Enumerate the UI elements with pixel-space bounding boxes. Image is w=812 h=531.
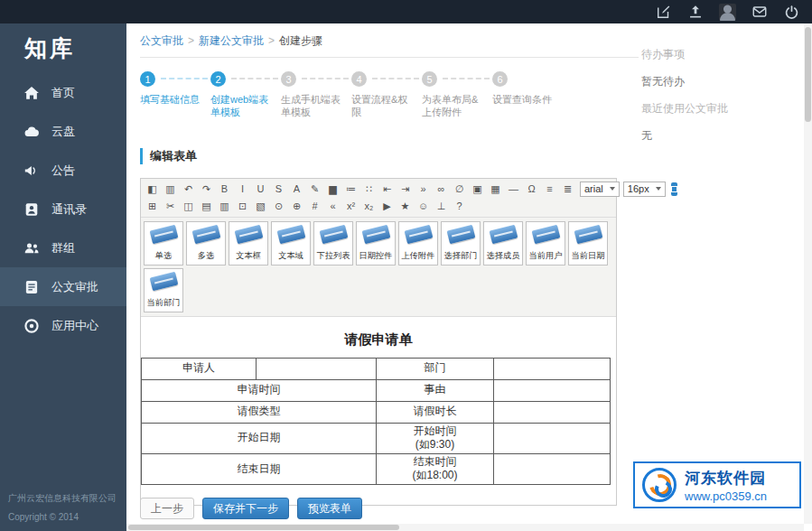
subscript-icon[interactable]: x₂ [360, 199, 378, 214]
replace-icon[interactable]: ⊕ [288, 199, 305, 214]
form-widget-button[interactable]: 选择成员 [483, 221, 523, 266]
field-label[interactable]: 开始日期 [142, 423, 377, 453]
cut-icon[interactable]: ✂ [162, 199, 179, 214]
field-label[interactable]: 请假类型 [142, 401, 377, 423]
search-icon[interactable]: ⊙ [270, 199, 287, 214]
outdent-icon[interactable]: ⇤ [378, 182, 396, 197]
mail-icon[interactable] [751, 4, 768, 20]
form-widget-button[interactable]: 选择部门 [441, 221, 481, 266]
breadcrumb-item-new-approval[interactable]: 新建公文审批 [199, 34, 264, 47]
field-input-cell[interactable] [494, 453, 611, 484]
strikethrough-icon[interactable]: S [270, 182, 287, 197]
blockquote-icon[interactable]: » [415, 182, 432, 197]
horizontal-scrollbar[interactable] [126, 524, 804, 531]
field-input-cell[interactable] [494, 401, 611, 423]
field-label[interactable]: 请假时长 [377, 401, 494, 423]
code-icon[interactable]: # [306, 199, 323, 214]
save-and-next-button[interactable]: 保存并下一步 [202, 498, 289, 519]
remove-format-icon[interactable]: A [288, 182, 305, 197]
flash-icon[interactable]: ★ [397, 199, 414, 214]
field-label[interactable]: 开始时间 (如9:30) [377, 423, 494, 453]
font-size-select[interactable]: 16px [623, 182, 666, 197]
quote-icon[interactable]: « [324, 199, 341, 214]
link-icon[interactable]: ∞ [433, 182, 450, 197]
form-widget-button[interactable]: 当前日期 [568, 221, 608, 266]
form-widget-button[interactable]: 日期控件 [356, 221, 396, 266]
paste-text-icon[interactable]: ▥ [216, 199, 233, 214]
paste-icon[interactable]: ▤ [198, 199, 215, 214]
highlight-icon[interactable]: ▆ [324, 182, 341, 197]
field-label[interactable]: 结束日期 [142, 453, 377, 484]
form-widget-button[interactable]: 当前部门 [144, 268, 183, 312]
copy-icon[interactable]: ◫ [180, 199, 197, 214]
widget-toolbar: 单选 多选 文本框 文本域 [141, 218, 616, 317]
align-left-icon[interactable]: ≡ [541, 182, 558, 197]
form-widget-button[interactable]: 当前用户 [526, 221, 565, 266]
italic-icon[interactable]: I [234, 182, 251, 197]
superscript-icon[interactable]: x² [342, 199, 359, 214]
redo-icon[interactable]: ↷ [198, 182, 215, 197]
field-input-cell[interactable] [494, 358, 611, 379]
field-label[interactable]: 事由 [377, 379, 494, 401]
sidebar-item-document-approval[interactable]: 公文审批 [0, 267, 126, 306]
print-icon[interactable]: ▧ [252, 199, 269, 214]
compose-icon[interactable] [656, 4, 672, 20]
horizontal-scrollbar-thumb[interactable] [128, 525, 399, 530]
field-label[interactable]: 结束时间 (如18:00) [377, 453, 494, 484]
form-editor: ◧▥↶↷BIUSA✎▆≔∷⇤⇥»∞∅▣▦—Ω≡≣ arial 16px ⊞✂◫▤… [140, 178, 617, 506]
font-family-select[interactable]: arial [580, 182, 620, 197]
widget-ribbon-icon [446, 224, 475, 244]
vertical-scrollbar[interactable] [804, 23, 812, 524]
user-avatar[interactable] [719, 4, 736, 21]
field-label[interactable]: 申请人 [142, 358, 257, 379]
sidebar-item-announcement[interactable]: 公告 [0, 151, 126, 190]
editor-toolbar-row-2: ⊞✂◫▤▥⊡▧⊙⊕#«x²x₂▶★☺⊥? [144, 199, 468, 214]
anchor-icon[interactable]: ⊥ [433, 199, 450, 214]
preview-icon[interactable]: ▥ [162, 182, 179, 197]
ordered-list-icon[interactable]: ≔ [342, 182, 359, 197]
undo-icon[interactable]: ↶ [180, 182, 197, 197]
bold-icon[interactable]: B [216, 182, 233, 197]
sidebar-item-home[interactable]: 首页 [0, 73, 126, 112]
upload-icon[interactable] [687, 4, 704, 20]
media-icon[interactable]: ▶ [378, 199, 396, 214]
about-icon[interactable]: ? [451, 199, 468, 214]
fullscreen-icon[interactable] [671, 182, 677, 196]
preview-form-button[interactable]: 预览表单 [297, 498, 362, 519]
table-icon[interactable]: ▦ [487, 182, 504, 197]
unordered-list-icon[interactable]: ∷ [360, 182, 378, 197]
form-widget-button[interactable]: 单选 [144, 221, 183, 266]
vertical-scrollbar-thumb[interactable] [805, 27, 811, 122]
previous-step-button[interactable]: 上一步 [140, 498, 194, 519]
breadcrumb-item-document-approval[interactable]: 公文审批 [140, 34, 183, 47]
special-char-icon[interactable]: Ω [523, 182, 540, 197]
sidebar-item-cloud-disk[interactable]: 云盘 [0, 112, 126, 151]
format-painter-icon[interactable]: ✎ [306, 182, 323, 197]
field-label[interactable]: 申请时间 [142, 379, 377, 401]
form-widget-button[interactable]: 文本域 [271, 221, 311, 266]
image-icon[interactable]: ▣ [469, 182, 486, 197]
select-all-icon[interactable]: ⊡ [234, 199, 251, 214]
power-icon[interactable] [783, 4, 799, 20]
wizard-step: 6 设置查询条件 [492, 71, 563, 119]
editor-canvas[interactable]: 请假申请单 申请人 部门 申请时间 事由 请假类型 [141, 317, 616, 505]
underline-icon[interactable]: U [252, 182, 269, 197]
field-input-cell[interactable] [494, 423, 611, 453]
field-label[interactable]: 部门 [377, 358, 494, 379]
indent-icon[interactable]: ⇥ [397, 182, 414, 197]
align-justify-icon[interactable]: ≣ [559, 182, 576, 197]
new-document-icon[interactable]: ⊞ [144, 199, 161, 214]
form-widget-button[interactable]: 多选 [186, 221, 226, 266]
form-widget-button[interactable]: 上传附件 [398, 221, 438, 266]
hr-icon[interactable]: — [505, 182, 522, 197]
unlink-icon[interactable]: ∅ [451, 182, 468, 197]
sidebar-item-groups[interactable]: 群组 [0, 228, 126, 267]
field-input-cell[interactable] [494, 379, 611, 401]
sidebar-item-app-center[interactable]: 应用中心 [0, 306, 126, 345]
field-input-cell[interactable] [257, 358, 377, 379]
form-widget-button[interactable]: 文本框 [229, 221, 268, 266]
emoticon-icon[interactable]: ☺ [415, 199, 432, 214]
source-icon[interactable]: ◧ [144, 182, 161, 197]
form-widget-button[interactable]: 下拉列表 [313, 221, 353, 266]
sidebar-item-contacts[interactable]: 通讯录 [0, 190, 126, 228]
